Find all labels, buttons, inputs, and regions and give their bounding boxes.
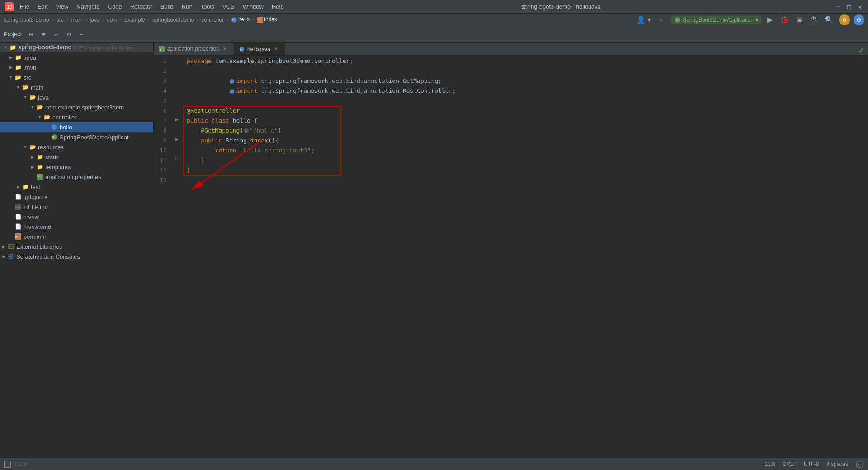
coverage-button[interactable]: ▣	[794, 14, 805, 25]
tree-arrow-ext-libs: ▶	[0, 243, 7, 250]
svg-rect-18	[8, 245, 14, 248]
tree-item-hello[interactable]: ▶ c hello	[0, 122, 153, 132]
tree-item-pom[interactable]: ▶ m pom.xml	[0, 232, 153, 242]
nav-springboot3demo[interactable]: springboot3demo	[152, 17, 194, 23]
help-md-icon: MD	[14, 203, 22, 210]
maximize-button[interactable]: □	[845, 3, 853, 10]
collapse-button[interactable]: ⇤	[51, 29, 61, 40]
tree-item-main[interactable]: ▼ 📂 main	[0, 82, 153, 92]
layout-button[interactable]: ⊞	[25, 29, 36, 40]
com-label: com.example.springboot3dem	[45, 104, 124, 111]
code-editor[interactable]: 1 2 3 4 5 6 7 8 9 10 11 12 13 ▶ ▶ ⊢	[154, 56, 868, 457]
tab-application-properties[interactable]: p application.properties ✕	[154, 43, 234, 55]
nav-src[interactable]: src	[57, 17, 64, 23]
mvn-label: .mvn	[24, 64, 36, 71]
java-file-icon: c	[239, 47, 245, 52]
line-num-8: 8	[154, 126, 170, 136]
tab-close-hello[interactable]: ✕	[273, 46, 279, 52]
close-button[interactable]: ✕	[856, 3, 863, 10]
sort-button[interactable]: ≡	[38, 29, 49, 40]
code-line-4: i import org.springframework.web.bind.an…	[187, 86, 868, 96]
debug-button[interactable]: 🐞	[778, 14, 791, 25]
editor-area: p application.properties ✕ c hello.java …	[154, 43, 868, 457]
nav-index[interactable]: mindex	[257, 16, 277, 23]
nav-main[interactable]: main	[71, 17, 83, 23]
nav-java[interactable]: java	[90, 17, 100, 23]
menu-file[interactable]: File	[16, 2, 33, 11]
minimize-button[interactable]: ─	[835, 3, 842, 10]
search-button[interactable]: 🔍	[823, 14, 835, 25]
menu-tools[interactable]: Tools	[197, 2, 218, 11]
status-line-ending[interactable]: CRLF	[783, 461, 797, 467]
tab-hello-java[interactable]: c hello.java ✕	[234, 43, 285, 55]
tree-arrow-main: ▼	[14, 84, 22, 91]
menu-refactor[interactable]: Refactor	[127, 2, 156, 11]
status-expand-icon[interactable]: □	[4, 461, 11, 468]
tree-root[interactable]: ▼ 📁 spring-boot3-demo D:\Project\spring-…	[0, 43, 153, 52]
tree-item-idea[interactable]: ▶ 📁 .idea	[0, 52, 153, 62]
menu-view[interactable]: View	[52, 2, 72, 11]
prop-file-icon: p	[159, 46, 165, 52]
gutter-run-icon-7[interactable]: ▶	[175, 116, 179, 123]
tree-arrow-scratches: ▶	[0, 253, 7, 260]
tree-item-java-dir[interactable]: ▼ 📂 java	[0, 92, 153, 102]
tree-item-gitignore[interactable]: ▶ 📄 .gitignore	[0, 192, 153, 202]
tree-item-springbootapp[interactable]: ▶ S SpringBoot3DemoApplicat	[0, 132, 153, 142]
pom-label: pom.xml	[24, 233, 46, 240]
tab-close-props[interactable]: ✕	[222, 46, 228, 52]
menu-window[interactable]: Window	[239, 2, 267, 11]
tree-item-mvn[interactable]: ▶ 📁 .mvn	[0, 62, 153, 72]
nav-project[interactable]: spring-boot3-demo	[4, 17, 49, 23]
line-num-3: 3	[154, 76, 170, 86]
status-position[interactable]: 11:6	[764, 461, 775, 467]
tree-arrow-controller: ▼	[36, 114, 43, 121]
tree-item-app-props[interactable]: ▶ p application.properties	[0, 172, 153, 182]
tree-item-mvnw[interactable]: ▶ 📄 mvnw	[0, 212, 153, 222]
menu-code[interactable]: Code	[104, 2, 126, 11]
tree-item-ext-libs[interactable]: ▶ External Libraries	[0, 242, 153, 252]
user-avatar[interactable]: U	[839, 14, 850, 25]
tree-item-src[interactable]: ▼ 📂 src	[0, 72, 153, 82]
nav-example[interactable]: example	[124, 17, 145, 23]
status-indent[interactable]: 4 spaces	[826, 461, 848, 467]
nav-hello[interactable]: chello	[231, 16, 250, 23]
nav-controller[interactable]: controller	[202, 17, 224, 23]
tree-arrow-test: ▶	[14, 183, 22, 190]
tree-item-help[interactable]: ▶ MD HELP.md	[0, 202, 153, 212]
menu-run[interactable]: Run	[178, 2, 196, 11]
gutter-fold-11[interactable]: ⊢	[175, 156, 178, 161]
gear-icon[interactable]: ⚙	[63, 29, 74, 40]
menu-navigate[interactable]: Navigate	[73, 2, 103, 11]
code-line-13	[187, 176, 868, 185]
nav-com[interactable]: com	[107, 17, 118, 23]
mvnw-label: mvnw	[24, 214, 39, 220]
run-config-selector[interactable]: S SpringBoot3DemoApplication ▾	[671, 16, 762, 24]
back-icon[interactable]: ←	[656, 15, 667, 25]
tree-item-templates[interactable]: ▶ 📁 templates	[0, 162, 153, 172]
gutter-run-icon-9[interactable]: ▶	[175, 136, 179, 142]
tree-item-resources[interactable]: ▼ 📂 resources	[0, 142, 153, 152]
tree-item-com[interactable]: ▼ 📂 com.example.springboot3dem	[0, 102, 153, 112]
settings-icon[interactable]: G	[854, 14, 864, 25]
menu-edit[interactable]: Edit	[34, 2, 51, 11]
status-csdn: CSDN	[14, 461, 28, 467]
sidebar[interactable]: ▼ 📁 spring-boot3-demo D:\Project\spring-…	[0, 43, 154, 457]
menu-build[interactable]: Build	[157, 2, 177, 11]
svg-text:c: c	[232, 18, 234, 22]
user-icon[interactable]: 👤 ▾	[635, 14, 653, 25]
app-props-icon: p	[36, 173, 43, 180]
menu-help[interactable]: Help	[268, 2, 288, 11]
window-title: spring-boot3-demo - hello.java	[521, 3, 601, 10]
tree-item-controller[interactable]: ▼ 📂 controller	[0, 112, 153, 122]
tree-item-static[interactable]: ▶ 📁 static	[0, 152, 153, 162]
minus-button[interactable]: −	[76, 29, 87, 40]
tree-item-scratches[interactable]: ▶ Scratches and Consoles	[0, 252, 153, 261]
menu-vcs[interactable]: VCS	[219, 2, 238, 11]
profile-button[interactable]: ⏱	[808, 15, 819, 25]
mvnwcmd-icon: 📄	[14, 223, 22, 230]
tree-item-test[interactable]: ▶ 📁 test	[0, 182, 153, 192]
run-button[interactable]: ▶	[765, 14, 774, 25]
tree-item-mvnwcmd[interactable]: ▶ 📄 mvnw.cmd	[0, 222, 153, 232]
tree-arrow-src: ▼	[7, 74, 14, 81]
status-encoding[interactable]: UTF-8	[804, 461, 819, 467]
